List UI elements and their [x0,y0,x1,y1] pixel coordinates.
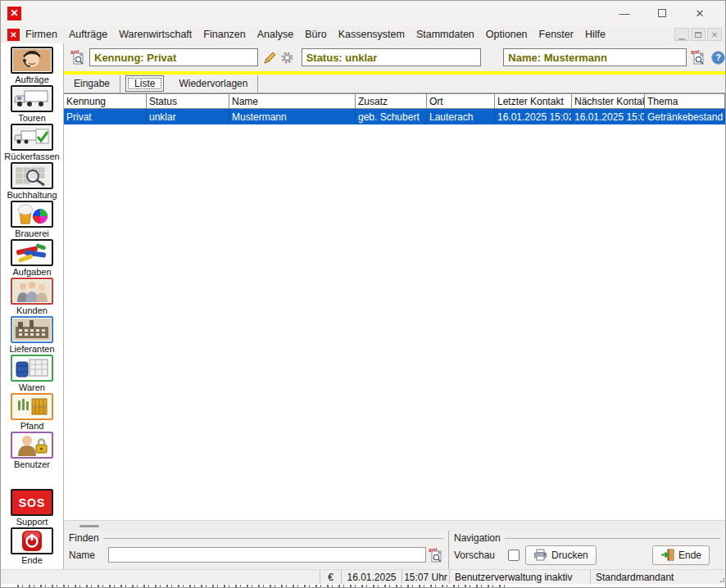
menu-item-fenster[interactable]: Fenster [533,27,579,42]
sidebar-item-kunden[interactable]: Kunden [11,278,53,316]
menu-item-buero[interactable]: Büro [299,27,332,42]
menu-item-finanzen[interactable]: Finanzen [197,27,251,42]
svg-text:?: ? [715,52,721,62]
sidebar-item-pfand[interactable]: Pfand [11,393,53,432]
navigation-group-body: Vorschau Drucken [454,544,720,569]
status-filter-input[interactable] [302,48,482,66]
clipped-bottom-row [1,584,725,587]
vorschau-checkbox[interactable] [508,550,520,561]
sidebar-label: Aufgaben [12,267,51,277]
statusbar-time: 15:07 Uhr [402,570,449,584]
tab-eingabe[interactable]: Eingabe [64,75,120,93]
menu-item-kassensystem[interactable]: Kassensystem [333,27,411,42]
drucken-button-label: Drucken [551,550,588,561]
window-close-button[interactable]: ✕ [687,2,712,24]
window-maximize-button[interactable] [650,2,674,24]
sidebar-label: Lieferanten [9,344,54,354]
sidebar-item-touren[interactable]: Touren [11,85,53,124]
finden-group-header: Finden [69,532,443,544]
cell-name: Mustermann [229,109,356,124]
sidebar-label: Brauerei [15,228,49,238]
sidebar-item-ende[interactable]: Ende [11,527,53,566]
table-header: Kennung Status Name Zusatz Ort Letzter K… [64,93,725,109]
navigation-group: Navigation Vorschau [448,531,725,569]
column-header-naechster-kontakt[interactable]: Nächster Kontakt [572,94,645,108]
sidebar-label: Buchhaltung [7,190,57,200]
sidebar-label: Aufträge [15,75,49,84]
title-bar: ✕ — ✕ [1,1,725,25]
finden-group-title: Finden [69,532,103,544]
factory-icon [13,319,51,341]
menu-item-firmen[interactable]: Firmen [20,27,63,42]
app-logo-icon: ✕ [7,7,21,20]
edit-pencil-icon[interactable] [263,51,277,65]
people-icon [13,280,51,302]
drucken-button[interactable]: Drucken [525,545,597,565]
help-icon[interactable]: ? [711,51,725,65]
mdi-minimize-button[interactable]: ▁ [674,28,689,41]
menu-bar: ✕ Firmen Aufträge Warenwirtschaft Finanz… [1,25,725,43]
groupbox-line [103,538,443,539]
horizontal-splitter[interactable] [64,520,725,531]
sql-query-icon[interactable]: sql [691,49,706,66]
statusbar-currency: € [320,570,341,584]
tab-bar: Eingabe Liste Wiedervorlagen [64,75,725,93]
sidebar-item-rueckerfassen[interactable]: Rückerfassen [4,124,59,162]
kennung-filter-input[interactable] [89,48,258,66]
groupbox-line [505,538,720,539]
sidebar-item-auftraege[interactable]: Aufträge [11,47,53,85]
cell-kennung: Privat [64,109,147,124]
menu-item-warenwirtschaft[interactable]: Warenwirtschaft [113,27,197,42]
sidebar-item-buchhaltung[interactable]: Buchhaltung [7,162,57,201]
finden-group-body: Name sql [69,544,443,569]
column-header-thema[interactable]: Thema [645,94,725,108]
find-name-label: Name [69,550,108,561]
ende-button-label: Ende [678,550,701,561]
gear-icon[interactable] [280,51,294,65]
navigation-group-header: Navigation [454,532,720,544]
menu-item-analyse[interactable]: Analyse [252,27,299,42]
sidebar-item-support[interactable]: SOS Support [11,489,53,527]
mdi-close-button[interactable]: ✕ [707,28,722,41]
table-row-selected[interactable]: Privat unklar Mustermann geb. Schubert L… [64,109,725,124]
navigation-group-title: Navigation [454,532,505,544]
menu-item-optionen[interactable]: Optionen [480,27,533,42]
menu-item-stammdaten[interactable]: Stammdaten [411,27,480,42]
column-header-kennung[interactable]: Kennung [64,94,147,108]
menu-item-auftraege[interactable]: Aufträge [63,27,113,42]
clipped-text-fragment [17,585,509,587]
ende-button[interactable]: Ende [652,545,710,565]
column-header-ort[interactable]: Ort [427,94,495,108]
bottom-panel: Finden Name sql [64,531,725,569]
cell-zusatz: geb. Schubert [356,109,427,124]
sidebar-item-brauerei[interactable]: Brauerei [11,201,53,239]
tab-liste[interactable]: Liste [125,75,164,92]
splitter-handle-icon[interactable] [79,525,99,527]
sidebar-label: Kunden [16,305,48,315]
column-header-letzter-kontakt[interactable]: Letzter Kontakt [495,94,572,108]
beer-piechart-icon [13,203,51,225]
sidebar-item-aufgaben[interactable]: Aufgaben [11,239,53,278]
name-filter-input[interactable] [503,48,687,66]
sql-query-icon[interactable]: sql [429,547,443,563]
resize-grip-icon[interactable] [718,570,725,584]
column-header-name[interactable]: Name [229,94,356,108]
tab-wiedervorlagen[interactable]: Wiedervorlagen [169,75,258,93]
power-icon [13,530,51,552]
mdi-restore-button[interactable] [691,28,706,41]
sidebar-item-lieferanten[interactable]: Lieferanten [9,316,54,355]
sidebar-label: Waren [19,382,45,392]
column-header-zusatz[interactable]: Zusatz [356,94,427,108]
sidebar-label: Rückerfassen [4,152,59,161]
window-minimize-button[interactable]: — [612,2,637,24]
column-header-status[interactable]: Status [147,94,229,108]
sidebar-item-waren[interactable]: Waren [11,355,53,393]
menu-item-hilfe[interactable]: Hilfe [579,27,611,42]
find-name-input[interactable] [108,547,426,563]
filter-toolbar: sql sql [64,43,725,71]
statusbar-user-management: Benutzerverwaltung inaktiv [449,570,590,584]
sidebar-item-benutzer[interactable]: Benutzer [11,432,53,470]
table-empty-area[interactable] [64,124,725,520]
statusbar-mandant: Standardmandant [590,570,718,584]
sql-query-icon[interactable]: sql [70,49,85,66]
